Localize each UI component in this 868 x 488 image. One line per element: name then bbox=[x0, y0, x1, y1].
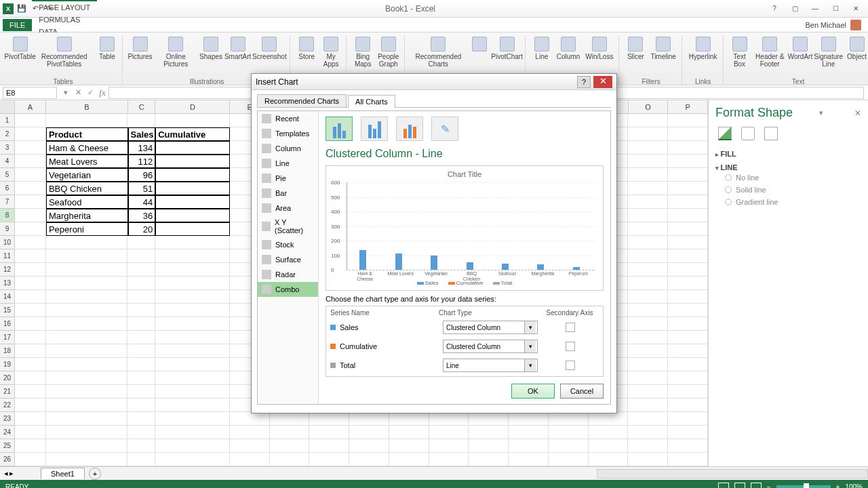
ribbon-line[interactable]: Line bbox=[531, 35, 553, 62]
cell[interactable] bbox=[155, 249, 230, 263]
ribbon-text-box[interactable]: Text Box bbox=[729, 35, 751, 69]
cell[interactable] bbox=[628, 222, 668, 236]
cell[interactable] bbox=[155, 222, 230, 236]
cell[interactable] bbox=[230, 453, 270, 466]
page-break-view-icon[interactable] bbox=[751, 483, 762, 488]
cell[interactable] bbox=[628, 331, 668, 344]
cell[interactable] bbox=[668, 426, 708, 439]
cell[interactable] bbox=[46, 277, 128, 290]
row-header[interactable]: 10 bbox=[0, 236, 15, 249]
row-header[interactable]: 20 bbox=[0, 371, 15, 385]
ribbon-slicer[interactable]: Slicer bbox=[625, 35, 646, 62]
cell[interactable]: Vegetarian bbox=[46, 168, 128, 182]
combo-subtype-3[interactable] bbox=[396, 117, 423, 141]
cell[interactable] bbox=[628, 249, 668, 263]
effects-tab-icon[interactable] bbox=[741, 127, 755, 140]
cell[interactable] bbox=[230, 439, 270, 453]
cell[interactable] bbox=[628, 344, 668, 358]
chart-category-surface[interactable]: Surface bbox=[258, 252, 318, 267]
sheet-nav-prev-icon[interactable]: ◂ bbox=[4, 469, 8, 478]
cell[interactable] bbox=[15, 358, 46, 371]
ribbon-store[interactable]: Store bbox=[296, 35, 317, 62]
cell[interactable] bbox=[155, 209, 230, 222]
fill-line-tab-icon[interactable] bbox=[718, 127, 732, 140]
cell[interactable] bbox=[155, 182, 230, 195]
cell[interactable]: 134 bbox=[128, 141, 156, 155]
cell[interactable] bbox=[628, 290, 668, 304]
no-line-option[interactable]: No line bbox=[715, 171, 861, 184]
cell[interactable] bbox=[668, 412, 708, 426]
cell[interactable] bbox=[155, 168, 230, 182]
cell[interactable] bbox=[15, 114, 46, 127]
cell[interactable] bbox=[155, 439, 230, 453]
panel-dropdown-icon[interactable]: ▾ bbox=[819, 108, 823, 117]
cell[interactable] bbox=[155, 155, 230, 168]
chart-category-combo[interactable]: Combo bbox=[258, 282, 318, 297]
cell[interactable] bbox=[509, 453, 549, 466]
cell[interactable] bbox=[127, 290, 155, 304]
cell[interactable] bbox=[628, 399, 668, 412]
cell[interactable] bbox=[469, 412, 509, 426]
cell[interactable] bbox=[549, 453, 589, 466]
chart-type-select[interactable]: Line bbox=[443, 359, 538, 372]
row-header[interactable]: 21 bbox=[0, 385, 15, 399]
cell[interactable]: 44 bbox=[128, 195, 156, 209]
cell[interactable] bbox=[46, 236, 128, 249]
tab-page-layout[interactable]: PAGE LAYOUT bbox=[32, 1, 97, 14]
row-header[interactable]: 2 bbox=[0, 127, 15, 141]
cell[interactable] bbox=[46, 114, 128, 127]
cell[interactable] bbox=[628, 412, 668, 426]
chart-category-radar[interactable]: Radar bbox=[258, 267, 318, 282]
ribbon-options-icon[interactable]: ▢ bbox=[787, 3, 803, 15]
cell[interactable] bbox=[15, 141, 46, 155]
row-header[interactable]: 22 bbox=[0, 399, 15, 412]
cell[interactable]: Sales bbox=[128, 127, 156, 141]
cell[interactable] bbox=[668, 358, 708, 371]
cell[interactable] bbox=[668, 155, 708, 168]
cell[interactable] bbox=[389, 426, 429, 439]
cell[interactable] bbox=[230, 412, 270, 426]
save-icon[interactable]: 💾 bbox=[16, 3, 27, 14]
cell[interactable] bbox=[127, 371, 155, 385]
cell[interactable] bbox=[46, 249, 128, 263]
cell[interactable] bbox=[46, 426, 128, 439]
ribbon-item[interactable] bbox=[469, 35, 490, 54]
cell[interactable] bbox=[15, 453, 46, 466]
col-header-P[interactable]: P bbox=[668, 100, 708, 113]
cell[interactable] bbox=[668, 331, 708, 344]
chart-category-area[interactable]: Area bbox=[258, 201, 318, 216]
ribbon-pictures[interactable]: Pictures bbox=[128, 35, 152, 62]
cell[interactable] bbox=[15, 127, 46, 141]
row-header[interactable]: 24 bbox=[0, 426, 15, 439]
cell[interactable] bbox=[15, 426, 46, 439]
cell[interactable] bbox=[589, 439, 629, 453]
cell[interactable] bbox=[549, 439, 589, 453]
cell[interactable] bbox=[127, 439, 155, 453]
col-header-D[interactable]: D bbox=[155, 100, 230, 113]
cell[interactable]: 112 bbox=[128, 155, 156, 168]
cell[interactable] bbox=[127, 277, 155, 290]
cell[interactable] bbox=[46, 371, 128, 385]
ribbon-pivottable[interactable]: PivotTable bbox=[8, 35, 32, 62]
cell[interactable] bbox=[15, 344, 46, 358]
cell[interactable] bbox=[15, 209, 46, 222]
row-header[interactable]: 12 bbox=[0, 263, 15, 277]
cell[interactable] bbox=[509, 412, 549, 426]
cell[interactable] bbox=[349, 426, 389, 439]
chart-category-recent[interactable]: Recent bbox=[258, 111, 318, 126]
solid-line-option[interactable]: Solid line bbox=[715, 184, 861, 196]
sheet-nav-next-icon[interactable]: ▸ bbox=[9, 469, 14, 478]
recommended-charts-tab[interactable]: Recommended Charts bbox=[257, 94, 347, 107]
cell[interactable] bbox=[628, 277, 668, 290]
cell[interactable] bbox=[469, 453, 509, 466]
cell[interactable] bbox=[127, 453, 155, 466]
cell[interactable] bbox=[668, 344, 708, 358]
row-header[interactable]: 17 bbox=[0, 331, 15, 344]
select-all-corner[interactable] bbox=[0, 100, 15, 113]
cell[interactable] bbox=[15, 439, 46, 453]
cell[interactable] bbox=[628, 236, 668, 249]
cell[interactable] bbox=[668, 127, 708, 141]
cell[interactable] bbox=[628, 114, 668, 127]
add-sheet-icon[interactable]: + bbox=[89, 468, 101, 480]
col-header-O[interactable]: O bbox=[629, 100, 669, 113]
